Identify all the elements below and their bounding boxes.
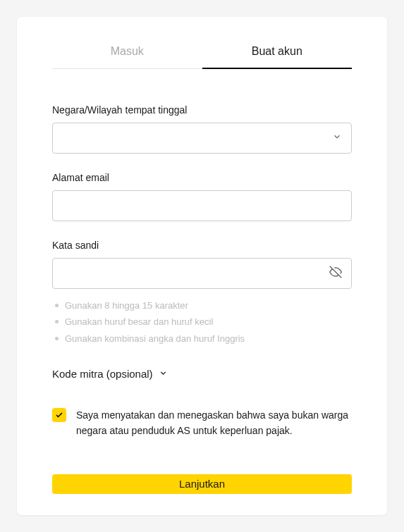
country-select[interactable]: [52, 123, 352, 154]
email-field-group: Alamat email: [52, 172, 352, 221]
chevron-down-icon: [159, 368, 168, 380]
tab-signup[interactable]: Buat akun: [202, 45, 353, 69]
email-label: Alamat email: [52, 172, 352, 183]
signup-card: Masuk Buat akun Negara/Wilayah tempat ti…: [17, 17, 387, 515]
partner-code-label: Kode mitra (opsional): [52, 368, 153, 380]
tax-declaration: Saya menyatakan dan menegaskan bahwa say…: [52, 408, 352, 438]
password-field-group: Kata sandi Gunakan 8 hingga 15 karakter …: [52, 240, 352, 347]
country-field: Negara/Wilayah tempat tinggal: [52, 104, 352, 154]
password-rule: Gunakan huruf besar dan huruf kecil: [52, 314, 352, 330]
country-input[interactable]: [52, 123, 352, 154]
partner-code-toggle[interactable]: Kode mitra (opsional): [52, 368, 352, 380]
continue-button[interactable]: Lanjutkan: [52, 474, 352, 494]
eye-off-icon[interactable]: [329, 266, 342, 281]
declaration-checkbox[interactable]: [52, 408, 66, 422]
tab-signin[interactable]: Masuk: [52, 45, 202, 69]
email-field[interactable]: [52, 190, 352, 221]
country-label: Negara/Wilayah tempat tinggal: [52, 104, 352, 116]
password-rules: Gunakan 8 hingga 15 karakter Gunakan hur…: [52, 297, 352, 347]
password-field[interactable]: [52, 258, 352, 289]
password-rule: Gunakan 8 hingga 15 karakter: [52, 297, 352, 314]
check-icon: [55, 411, 63, 419]
declaration-text: Saya menyatakan dan menegaskan bahwa say…: [76, 408, 352, 438]
auth-tabs: Masuk Buat akun: [52, 45, 352, 69]
password-label: Kata sandi: [52, 240, 352, 251]
password-rule: Gunakan kombinasi angka dan huruf Inggri…: [52, 330, 352, 347]
